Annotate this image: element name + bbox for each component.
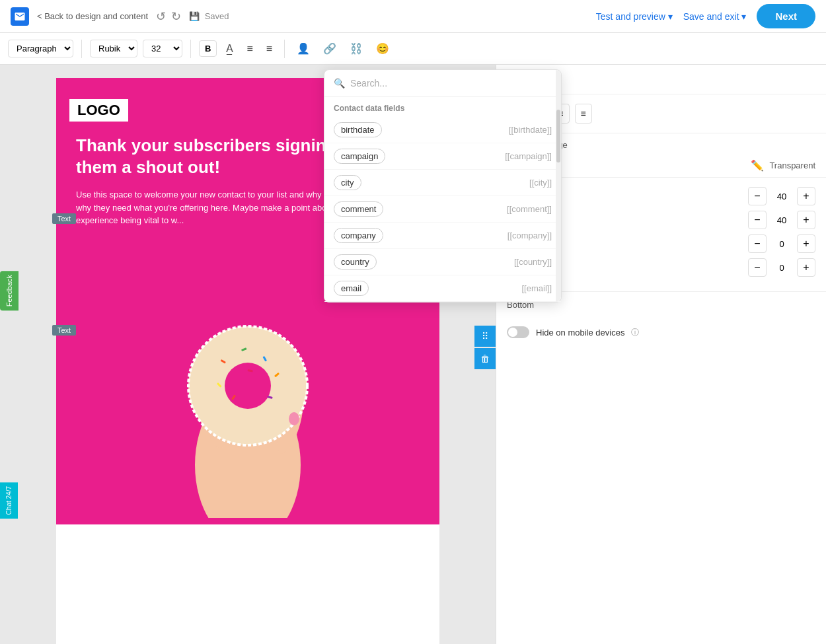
- field-code: [[campaign]]: [505, 151, 552, 161]
- drag-handle[interactable]: ⠿: [474, 326, 496, 347]
- back-to-design-link[interactable]: < Back to design and content: [37, 11, 148, 21]
- field-tag: email: [334, 281, 369, 296]
- field-tag: birthdate: [334, 122, 382, 137]
- link-button[interactable]: 🔗: [319, 40, 340, 57]
- transparent-label: Transparent: [769, 161, 815, 170]
- dropdown-item[interactable]: comment [[comment]]: [324, 196, 561, 223]
- padding-left-increase[interactable]: +: [797, 258, 815, 277]
- dropdown-item[interactable]: birthdate [[birthdate]]: [324, 117, 561, 143]
- field-tag: comment: [334, 201, 383, 217]
- svg-point-17: [289, 412, 299, 425]
- logo-text: LOGO: [69, 99, 128, 122]
- paragraph-select[interactable]: Paragraph: [8, 40, 73, 57]
- field-tag: company: [334, 228, 383, 243]
- bold-button[interactable]: B: [199, 40, 217, 57]
- padding-top-increase[interactable]: +: [797, 187, 815, 205]
- size-group: 32: [143, 40, 182, 57]
- chat-tab[interactable]: Chat 24/7: [0, 482, 18, 519]
- text-color-button[interactable]: A̲: [222, 40, 237, 57]
- field-tag: city: [334, 175, 361, 190]
- align-justify-button[interactable]: ≡: [575, 104, 592, 124]
- svg-point-7: [225, 363, 271, 409]
- dropdown-list: birthdate [[birthdate]] campaign [[campa…: [324, 117, 561, 302]
- field-code: [[city]]: [529, 178, 552, 188]
- nav-right: Test and preview ▾ Save and exit ▾ Next: [596, 4, 815, 28]
- paragraph-group: Paragraph: [8, 40, 73, 57]
- redo-button[interactable]: ↻: [171, 9, 181, 24]
- info-icon[interactable]: ⓘ: [631, 327, 639, 338]
- divider-3: [284, 40, 285, 58]
- color-value[interactable]: ✏️ Transparent: [751, 159, 815, 172]
- dropdown-item[interactable]: company [[company]]: [324, 223, 561, 249]
- padding-top-decrease[interactable]: −: [748, 187, 767, 205]
- saved-indicator: 💾 Saved: [189, 11, 229, 21]
- padding-bottom-value: 0: [772, 239, 792, 249]
- padding-left-decrease[interactable]: −: [748, 258, 767, 277]
- divider-1: [81, 40, 82, 58]
- test-preview-button[interactable]: Test and preview ▾: [596, 11, 673, 22]
- align-button[interactable]: ≡: [262, 40, 276, 57]
- donut-illustration: [142, 254, 354, 518]
- padding-bottom-stepper: − 0 +: [748, 234, 815, 253]
- hide-mobile-label: Hide on mobile devices: [536, 328, 624, 338]
- field-code: [[company]]: [507, 231, 552, 240]
- top-nav: < Back to design and content ↺ ↻ 💾 Saved…: [0, 0, 826, 33]
- field-code: [[email]]: [521, 283, 552, 293]
- list-button[interactable]: ≡: [243, 40, 256, 57]
- feedback-tab[interactable]: Feedback: [0, 271, 19, 310]
- dropdown-item[interactable]: country [[country]]: [324, 249, 561, 275]
- field-code: [[birthdate]]: [509, 125, 552, 135]
- undo-button[interactable]: ↺: [156, 9, 166, 24]
- delete-section-button[interactable]: 🗑: [474, 348, 496, 369]
- padding-left-value: 0: [772, 263, 792, 273]
- padding-right-value: 40: [772, 215, 792, 225]
- next-button[interactable]: Next: [757, 4, 815, 28]
- text-badge-1: Text: [52, 213, 76, 224]
- size-select[interactable]: 32: [143, 40, 182, 57]
- padding-top-stepper: − 40 +: [748, 187, 815, 205]
- font-group: Rubik: [90, 40, 137, 57]
- padding-left-stepper: − 0 +: [748, 258, 815, 277]
- search-icon: 🔍: [334, 78, 345, 89]
- contact-fields-dropdown: 🔍 Contact data fields birthdate [[birthd…: [324, 69, 562, 303]
- save-exit-button[interactable]: Save and exit ▾: [683, 11, 747, 22]
- unlink-button[interactable]: ⛓️: [346, 40, 367, 57]
- nav-left: < Back to design and content ↺ ↻ 💾 Saved: [11, 7, 229, 26]
- padding-bottom-increase[interactable]: +: [797, 234, 815, 253]
- editor-toolbar: Paragraph Rubik 32 B A̲ ≡ ≡ 👤 🔗 ⛓️ 😊: [0, 33, 826, 65]
- dropdown-search-bar: 🔍: [324, 70, 561, 97]
- padding-right-decrease[interactable]: −: [748, 211, 767, 229]
- personalize-button[interactable]: 👤: [293, 40, 314, 57]
- toggle-knob: [508, 328, 517, 337]
- canvas-actions: ⠿ 🗑: [474, 326, 496, 369]
- undo-redo-group: ↺ ↻: [156, 9, 181, 24]
- field-code: [[country]]: [514, 257, 552, 267]
- hide-mobile-row: Hide on mobile devices ⓘ: [496, 317, 826, 347]
- scrollbar-thumb: [556, 110, 560, 162]
- padding-top-value: 40: [772, 192, 792, 201]
- field-tag: campaign: [334, 149, 385, 164]
- field-code: [[comment]]: [507, 204, 552, 214]
- mail-icon: [11, 7, 29, 26]
- padding-right-increase[interactable]: +: [797, 211, 815, 229]
- divider-2: [190, 40, 191, 58]
- padding-bottom-decrease[interactable]: −: [748, 234, 767, 253]
- contact-fields-label: Contact data fields: [324, 97, 561, 117]
- font-select[interactable]: Rubik: [90, 40, 137, 57]
- dropdown-item[interactable]: city [[city]]: [324, 170, 561, 196]
- hide-mobile-toggle[interactable]: [507, 326, 529, 338]
- search-input[interactable]: [350, 78, 552, 89]
- dropdown-item[interactable]: campaign [[campaign]]: [324, 143, 561, 170]
- emoji-button[interactable]: 😊: [372, 40, 393, 57]
- dropdown-item[interactable]: email [[email]]: [324, 275, 561, 302]
- padding-right-stepper: − 40 +: [748, 211, 815, 229]
- field-tag: country: [334, 254, 377, 269]
- text-badge-2: Text: [52, 325, 76, 336]
